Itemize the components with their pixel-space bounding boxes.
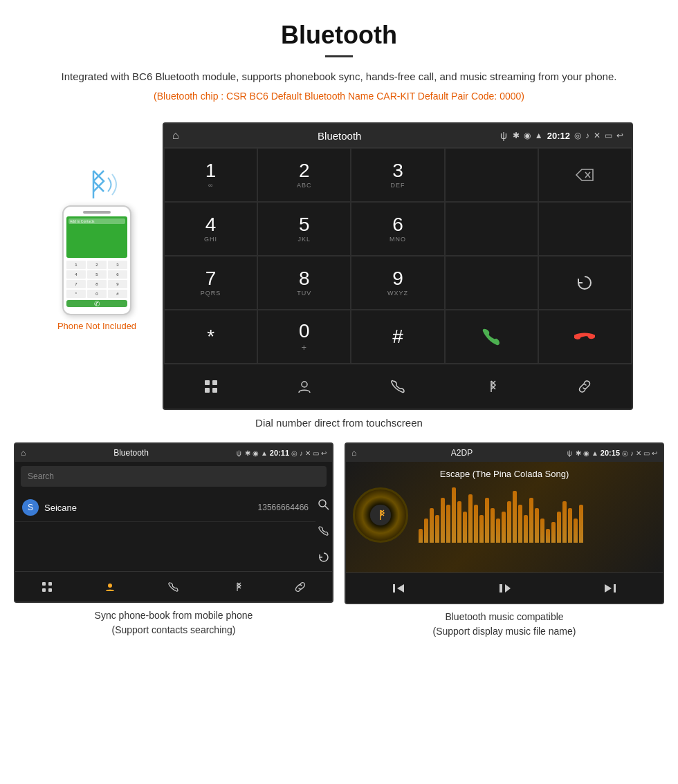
music-x-icon[interactable]: ✕ (636, 449, 641, 457)
contacts-back-icon[interactable]: ↩ (321, 449, 327, 457)
mini-grid-icon (42, 581, 53, 592)
nav-bluetooth-icon[interactable] (445, 364, 538, 409)
music-next-button[interactable] (557, 573, 663, 603)
contacts-usb-icon: ψ (237, 449, 241, 457)
dial-key-2[interactable]: 2 ABC (257, 148, 351, 202)
phone-key-6[interactable]: 6 (108, 270, 127, 279)
page-header: Bluetooth Integrated with BC6 Bluetooth … (0, 0, 678, 122)
nav-phone-icon[interactable] (351, 364, 444, 409)
contacts-search-button[interactable] (318, 495, 329, 514)
dial-key-7[interactable]: 7 PQRS (164, 256, 257, 310)
svg-rect-11 (42, 582, 46, 586)
phone-speaker (83, 211, 111, 214)
nav-contacts-icon[interactable] (257, 364, 351, 409)
contacts-location-icon: ◉ (253, 449, 259, 457)
call-icon (318, 525, 329, 536)
phone-screen: Add to Contacts (66, 216, 127, 258)
music-controls-bar (346, 572, 663, 603)
dial-caption: Dial number direct from touchscreen (0, 417, 678, 429)
phone-call-button[interactable]: ✆ (66, 300, 127, 307)
phone-key-hash[interactable]: # (108, 290, 127, 298)
dial-key-star[interactable]: * (164, 310, 257, 364)
dial-key-3[interactable]: 3 DEF (351, 148, 444, 202)
music-caption-line1: Bluetooth music compatible (445, 611, 563, 622)
dial-key-hash[interactable]: # (351, 310, 444, 364)
phone-key-star[interactable]: * (66, 290, 86, 298)
dial-key-5[interactable]: 5 JKL (257, 202, 351, 256)
contacts-nav-phone[interactable] (142, 572, 205, 601)
nav-grid-icon[interactable] (164, 364, 257, 409)
phone-key-4[interactable]: 4 (66, 270, 86, 279)
music-prev-button[interactable] (346, 573, 452, 603)
music-play-button[interactable] (452, 573, 558, 603)
contacts-screen: ⌂ Bluetooth ψ ✱ ◉ ▲ 20:11 ◎ ♪ ✕ ▭ ↩ Sear… (14, 442, 333, 603)
contacts-nav-link[interactable] (268, 572, 332, 601)
dial-backspace-button[interactable] (538, 148, 632, 202)
dial-back-icon[interactable]: ↩ (616, 131, 623, 140)
contacts-refresh-button[interactable] (318, 548, 329, 567)
contacts-list: S Seicane 13566664466 (15, 491, 315, 525)
phone-key-8[interactable]: 8 (87, 280, 107, 288)
svg-line-10 (325, 506, 329, 510)
phone-screen-bar-top: Add to Contacts (68, 218, 125, 224)
contacts-nav-bt[interactable] (205, 572, 269, 601)
svg-marker-21 (505, 584, 511, 592)
svg-marker-18 (397, 584, 404, 592)
contacts-nav-grid[interactable] (15, 572, 79, 601)
music-home-icon[interactable]: ⌂ (351, 448, 356, 458)
music-disc-inner (370, 505, 391, 525)
dial-key-0[interactable]: 0 + (257, 310, 351, 364)
person-icon (297, 379, 312, 394)
page-specs: (Bluetooth chip : CSR BC6 Default Blueto… (42, 91, 636, 102)
phone-key-1[interactable]: 1 (66, 261, 86, 269)
music-back-icon[interactable]: ↩ (652, 449, 657, 457)
contacts-x-icon[interactable]: ✕ (305, 449, 311, 457)
dial-end-call-button[interactable] (538, 310, 632, 364)
prev-icon (392, 581, 405, 595)
dial-key-1[interactable]: 1 ∞ (164, 148, 257, 202)
contact-row[interactable]: S Seicane 13566664466 (15, 494, 315, 522)
dial-call-button[interactable] (445, 310, 538, 364)
contacts-call-button[interactable] (318, 521, 329, 541)
title-divider (325, 55, 353, 57)
contacts-home-icon[interactable]: ⌂ (21, 448, 26, 458)
dial-key-4[interactable]: 4 GHI (164, 202, 257, 256)
music-status-bar: ⌂ A2DP ψ ✱ ◉ ▲ 20:15 ◎ ♪ ✕ ▭ ↩ (346, 444, 663, 462)
search-icon (318, 499, 329, 510)
dial-close-icon[interactable]: ✕ (594, 131, 601, 140)
phone-key-3[interactable]: 3 (108, 261, 127, 269)
contacts-search-bar[interactable]: Search (21, 466, 327, 487)
nav-link-icon[interactable] (538, 364, 632, 409)
contacts-screen-wrapper: ⌂ Bluetooth ψ ✱ ◉ ▲ 20:11 ◎ ♪ ✕ ▭ ↩ Sear… (14, 442, 333, 639)
dial-key-6[interactable]: 6 MNO (351, 202, 444, 256)
phone-not-included-label: Phone Not Included (57, 321, 136, 331)
phone-key-0[interactable]: 0 (87, 290, 107, 298)
dial-key-9[interactable]: 9 WXYZ (351, 256, 444, 310)
next-icon (603, 581, 617, 595)
music-disc-bt-icon (374, 509, 387, 521)
contacts-caption-line2: (Support contacts searching) (112, 624, 236, 635)
svg-rect-14 (48, 588, 52, 592)
dial-redial-button[interactable] (538, 256, 632, 310)
contacts-win-icon[interactable]: ▭ (313, 449, 319, 457)
phone-key-5[interactable]: 5 (87, 270, 107, 279)
phone-key-7[interactable]: 7 (66, 280, 86, 288)
music-time: 20:15 (601, 449, 620, 457)
dial-key-8[interactable]: 8 TUV (257, 256, 351, 310)
contacts-status-bar: ⌂ Bluetooth ψ ✱ ◉ ▲ 20:11 ◎ ♪ ✕ ▭ ↩ (15, 444, 332, 462)
dial-usb-icon: ψ (500, 130, 507, 141)
dial-window-icon[interactable]: ▭ (605, 131, 612, 140)
phone-key-2[interactable]: 2 (87, 261, 107, 269)
contact-name: Seicane (44, 503, 258, 513)
bluetooth-nav-icon (484, 379, 499, 394)
dial-bt-icon: ✱ (513, 131, 520, 140)
music-volume-icon: ♪ (630, 449, 634, 457)
music-disc (353, 487, 408, 543)
music-win-icon[interactable]: ▭ (643, 449, 650, 457)
music-status-icons: ✱ ◉ ▲ 20:15 ◎ ♪ ✕ ▭ ↩ (576, 449, 657, 457)
contacts-nav-person[interactable] (79, 572, 143, 601)
dial-home-icon[interactable]: ⌂ (172, 129, 179, 142)
phone-key-9[interactable]: 9 (108, 280, 127, 288)
contacts-camera-icon: ◎ (291, 449, 297, 457)
svg-point-9 (319, 500, 326, 507)
